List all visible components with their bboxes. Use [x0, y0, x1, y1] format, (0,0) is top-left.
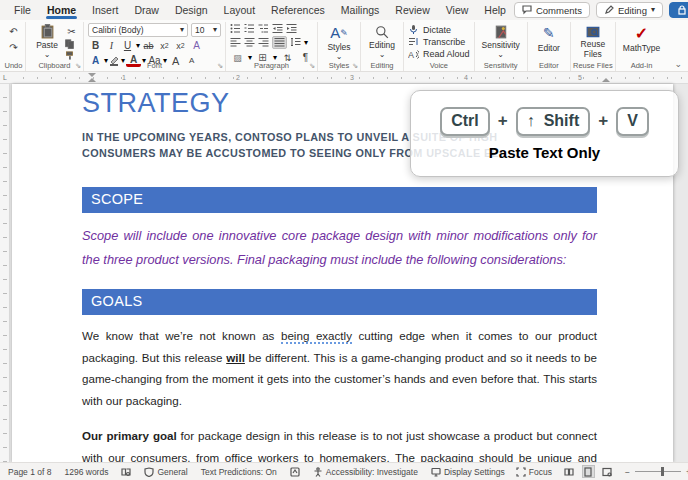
- read-aloud-button[interactable]: A Read Aloud: [408, 49, 470, 60]
- tab-design[interactable]: Design: [167, 2, 216, 19]
- ruler-number: 4: [464, 74, 468, 81]
- focus-label: Focus: [529, 467, 552, 477]
- font-size-value: 10: [195, 25, 204, 35]
- subscript-button[interactable]: x2: [157, 39, 172, 52]
- accessibility-person-icon: [313, 467, 323, 477]
- ribbon-tab-bar: File Home Insert Draw Design Layout Refe…: [0, 0, 688, 20]
- shift-arrow-icon: ↑: [527, 112, 535, 130]
- styles-dialog-launcher[interactable]: ⇘: [352, 62, 358, 70]
- print-layout-button[interactable]: [582, 465, 595, 478]
- undo-button[interactable]: ↶: [6, 25, 21, 38]
- chevron-down-icon: ▾: [136, 42, 140, 50]
- superscript-2: 2: [181, 42, 185, 49]
- transcribe-label: Transcribe: [423, 37, 465, 47]
- word-count[interactable]: 1296 words: [64, 467, 108, 477]
- zoom-out-button[interactable]: −: [625, 467, 630, 477]
- web-layout-button[interactable]: [601, 465, 614, 478]
- mathtype-button[interactable]: ✓ MathType: [620, 23, 663, 60]
- key-ctrl: Ctrl: [440, 107, 490, 136]
- accessibility-status[interactable]: Accessibility: Investigate: [313, 467, 418, 477]
- read-mode-button[interactable]: [563, 465, 576, 478]
- multilevel-list-icon[interactable]: [258, 23, 269, 34]
- tab-view[interactable]: View: [438, 2, 477, 19]
- copy-icon[interactable]: [64, 39, 75, 48]
- paragraph-dialog-launcher[interactable]: ⇘: [309, 62, 315, 70]
- group-font: Calibri (Body) ▾ 10 ▾ B I U ▾ ab x2 x2: [84, 22, 226, 71]
- font-size-combo[interactable]: 10 ▾: [191, 23, 221, 37]
- styles-icon: A✎: [330, 24, 348, 41]
- tab-help[interactable]: Help: [476, 2, 514, 19]
- editing-button[interactable]: Editing ⌄: [365, 23, 399, 60]
- chevron-down-icon: ⌄: [336, 53, 343, 61]
- read-aloud-label: Read Aloud: [423, 49, 470, 59]
- clipboard-dialog-launcher[interactable]: ⇘: [75, 62, 81, 70]
- sensitivity-button[interactable]: Sensitivity ⌄: [479, 23, 523, 60]
- chevron-down-icon: ⌄: [44, 51, 51, 59]
- align-center-icon[interactable]: [244, 37, 255, 48]
- editor-suggestion-underline[interactable]: being exactly: [281, 329, 352, 344]
- editor-button[interactable]: ✎ Editor: [532, 23, 566, 60]
- font-name-combo[interactable]: Calibri (Body) ▾: [88, 23, 188, 37]
- tab-draw[interactable]: Draw: [126, 2, 167, 19]
- page-indicator[interactable]: Page 1 of 8: [8, 467, 51, 477]
- editor-status-button[interactable]: [290, 467, 300, 477]
- italic-button[interactable]: I: [104, 39, 119, 52]
- shift-label: Shift: [544, 112, 580, 130]
- proofing-book-icon: [121, 467, 131, 477]
- tab-references[interactable]: References: [263, 2, 333, 19]
- dictate-button[interactable]: Dictate: [408, 24, 470, 35]
- horizontal-ruler[interactable]: 1 2 3 4 5: [10, 72, 688, 84]
- format-painter-icon[interactable]: [64, 51, 75, 60]
- pencil-icon: [604, 5, 614, 15]
- tab-mailings[interactable]: Mailings: [333, 2, 388, 19]
- vertical-ruler[interactable]: [0, 84, 10, 462]
- transcribe-button[interactable]: Transcribe: [408, 36, 470, 47]
- left-indent-marker[interactable]: [88, 78, 96, 82]
- align-left-icon[interactable]: [230, 37, 241, 48]
- numbering-icon[interactable]: [244, 23, 255, 34]
- zoom-slider-thumb[interactable]: [661, 467, 664, 476]
- key-shift: ↑Shift: [516, 107, 591, 136]
- right-indent-marker[interactable]: [602, 78, 610, 82]
- underline-button[interactable]: U: [120, 39, 135, 52]
- justify-button[interactable]: [272, 36, 287, 49]
- font-dialog-launcher[interactable]: ⇘: [217, 62, 223, 70]
- reuse-files-button[interactable]: Reuse Files: [575, 23, 611, 60]
- proofing-button[interactable]: [121, 467, 131, 477]
- editor-status-icon: [290, 467, 300, 477]
- tab-selector[interactable]: L: [0, 72, 10, 84]
- decrease-indent-icon[interactable]: [272, 23, 283, 34]
- tab-review[interactable]: Review: [387, 2, 437, 19]
- align-right-icon[interactable]: [258, 37, 269, 48]
- tab-file[interactable]: File: [6, 2, 39, 19]
- sensitivity-status[interactable]: General: [144, 467, 187, 477]
- paste-label: Paste: [36, 40, 58, 50]
- styles-button[interactable]: A✎ Styles ⌄: [322, 23, 356, 60]
- comments-button[interactable]: Comments: [514, 2, 590, 18]
- phonetic-guide-button[interactable]: A: [189, 39, 204, 52]
- editing-mode-button[interactable]: Editing ▾: [596, 2, 663, 18]
- group-reuse-files: Reuse Files Reuse Files: [571, 22, 616, 71]
- tab-layout[interactable]: Layout: [216, 2, 264, 19]
- zoom-slider-track[interactable]: [635, 471, 681, 472]
- zoom-control: − +: [625, 467, 688, 477]
- superscript-button[interactable]: x2: [173, 39, 188, 52]
- redo-button[interactable]: ↷: [6, 41, 21, 54]
- cut-button[interactable]: ✂: [64, 26, 79, 37]
- focus-button[interactable]: Focus: [516, 467, 552, 477]
- text-predictions-status[interactable]: Text Predictions: On: [201, 467, 277, 477]
- p1-emphasis: will: [226, 351, 245, 364]
- first-line-indent-marker[interactable]: [88, 73, 96, 77]
- tab-insert[interactable]: Insert: [84, 2, 126, 19]
- share-button[interactable]: Share ▾: [669, 2, 688, 18]
- increase-indent-icon[interactable]: [286, 23, 297, 34]
- scope-paragraph: Scope will include one innovative core p…: [82, 224, 597, 272]
- display-settings-button[interactable]: Display Settings: [431, 467, 505, 477]
- line-spacing-icon[interactable]: [290, 37, 301, 48]
- collapse-ribbon-chevron[interactable]: ⌄: [674, 59, 682, 69]
- tab-home[interactable]: Home: [39, 2, 84, 19]
- bullets-icon[interactable]: [230, 23, 241, 34]
- strikethrough-button[interactable]: ab: [141, 39, 156, 52]
- bold-button[interactable]: B: [88, 39, 103, 52]
- paste-button[interactable]: Paste ⌄: [30, 23, 64, 60]
